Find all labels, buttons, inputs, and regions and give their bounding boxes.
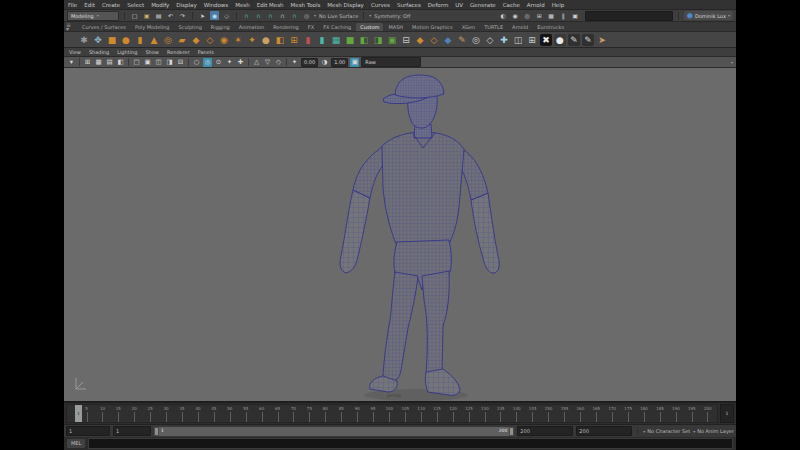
menu-set-selector[interactable]: Modeling ▾: [67, 11, 119, 21]
poly-cone-icon[interactable]: ▲: [148, 34, 160, 46]
range-start-handle[interactable]: [154, 427, 159, 436]
menu-item[interactable]: Cache: [503, 2, 520, 8]
character-wireframe-model[interactable]: [338, 72, 504, 403]
gate-mask-icon[interactable]: ◧: [116, 58, 125, 67]
panel-menu-item[interactable]: Renderer: [167, 49, 190, 55]
menu-item[interactable]: Modify: [151, 2, 169, 8]
shelf-tab[interactable]: FX Caching: [319, 23, 355, 31]
render-icon[interactable]: ◉: [511, 11, 520, 20]
shelf-tab[interactable]: Sculpting: [174, 23, 205, 31]
select-component-icon[interactable]: ◇: [222, 11, 231, 20]
chevron-down-icon[interactable]: ▾: [731, 60, 733, 65]
green-cube-1-icon[interactable]: ■: [344, 34, 356, 46]
menu-item[interactable]: UV: [455, 2, 463, 8]
isolate-select-icon[interactable]: ◎: [203, 58, 212, 67]
curve-tool-icon[interactable]: ✎: [456, 34, 468, 46]
save-scene-icon[interactable]: ▤: [154, 11, 163, 20]
menu-item[interactable]: Mesh Display: [327, 2, 364, 8]
menu-item[interactable]: Windows: [204, 2, 229, 8]
textured-icon[interactable]: ◫: [154, 58, 163, 67]
undo-icon[interactable]: ↶: [166, 11, 175, 20]
gamma-field[interactable]: 1.00: [331, 58, 348, 67]
menu-item[interactable]: Generate: [470, 2, 496, 8]
highlight-selection-icon[interactable]: ◐: [499, 11, 508, 20]
user-account-menu[interactable]: ☻ Dominik Lux ▾: [684, 11, 733, 20]
playback-start-field[interactable]: 1: [113, 426, 151, 436]
tweak-tool-icon[interactable]: ✥: [92, 34, 104, 46]
animation-start-field[interactable]: 1: [66, 426, 110, 436]
select-hierarchy-icon[interactable]: ➤: [198, 11, 207, 20]
panel-menu-item[interactable]: Shading: [89, 49, 109, 55]
orange-diamond-1-icon[interactable]: ◆: [414, 34, 426, 46]
script-1-icon[interactable]: ✎: [568, 34, 580, 46]
menu-item[interactable]: Deform: [428, 2, 448, 8]
shelf-menu-icon[interactable]: ≡▾: [66, 23, 71, 31]
contrast-icon[interactable]: ◑: [320, 58, 329, 67]
red-post-icon[interactable]: ▮: [302, 34, 314, 46]
menu-item[interactable]: Select: [127, 2, 144, 8]
poly-cylinder-icon[interactable]: ▮: [134, 34, 146, 46]
color-management-icon[interactable]: ▣: [350, 58, 359, 67]
view-transform-dropdown[interactable]: Raw: [361, 57, 421, 67]
pause-icon[interactable]: ‖: [559, 11, 568, 20]
redo-icon[interactable]: ↷: [178, 11, 187, 20]
anim-layer-dropdown[interactable]: ▾ No Anim Layer: [693, 428, 734, 434]
shelf-gear-icon[interactable]: ✱: [78, 34, 90, 46]
toolbox-icon[interactable]: ✖: [540, 34, 552, 46]
shaded-sphere-icon[interactable]: ●: [554, 34, 566, 46]
open-scene-icon[interactable]: ▣: [142, 11, 151, 20]
menu-item[interactable]: Mesh Tools: [291, 2, 321, 8]
command-line-input[interactable]: [88, 438, 733, 449]
uv-editor-icon[interactable]: ⊟: [400, 34, 412, 46]
diamond-gray-icon[interactable]: ◇: [484, 34, 496, 46]
shelf-tab[interactable]: MASH: [384, 23, 407, 31]
motion-blur-icon[interactable]: ✦: [225, 58, 234, 67]
use-all-lights-icon[interactable]: ◨: [165, 58, 174, 67]
shelf-tab[interactable]: Animation: [235, 23, 269, 31]
frame-icon[interactable]: ▣: [571, 11, 580, 20]
menu-item[interactable]: Edit: [84, 2, 95, 8]
current-frame-field[interactable]: 1: [720, 404, 734, 423]
menu-item[interactable]: File: [68, 2, 77, 8]
plane-down-icon[interactable]: ▽: [263, 58, 272, 67]
gear-prim-icon[interactable]: ✦: [246, 34, 258, 46]
shadows-icon[interactable]: ⊟: [176, 58, 185, 67]
panel-menu-item[interactable]: View: [69, 49, 81, 55]
poly-cube-icon[interactable]: ■: [106, 34, 118, 46]
sculpt-prim-icon[interactable]: ⊞: [288, 34, 300, 46]
command-language-toggle[interactable]: MEL: [67, 439, 85, 448]
soccer-ball-icon[interactable]: ●: [260, 34, 272, 46]
shelf-tab[interactable]: Poly Modeling: [131, 23, 174, 31]
select-object-icon[interactable]: ◉: [210, 11, 219, 20]
wireframe-icon[interactable]: □: [132, 58, 141, 67]
chevron-down-icon[interactable]: ▾: [369, 13, 371, 18]
snap-grid-icon[interactable]: ∩: [242, 11, 251, 20]
shaded-icon[interactable]: ▣: [143, 58, 152, 67]
plane-up-icon[interactable]: △: [252, 58, 261, 67]
teal-post-icon[interactable]: ▮: [316, 34, 328, 46]
poly-disc-icon[interactable]: ◆: [190, 34, 202, 46]
range-end-handle[interactable]: [509, 427, 514, 436]
chevron-down-icon[interactable]: ▾: [314, 13, 316, 18]
menu-item[interactable]: Arnold: [527, 2, 545, 8]
grid-toggle-icon[interactable]: ⊞: [83, 58, 92, 67]
playback-end-field[interactable]: 200: [517, 426, 573, 436]
snap-projected-center-icon[interactable]: ∩: [278, 11, 287, 20]
shelf-tab[interactable]: Motion Graphics: [408, 23, 457, 31]
exposure-field[interactable]: 0.00: [301, 58, 318, 67]
snap-view-plane-icon[interactable]: ∩: [290, 11, 299, 20]
poly-pipe-icon[interactable]: ◉: [218, 34, 230, 46]
film-gate-icon[interactable]: ▦: [94, 58, 103, 67]
menu-item[interactable]: Curves: [371, 2, 390, 8]
panel-menu-item[interactable]: Show: [145, 49, 159, 55]
poly-torus-icon[interactable]: ◎: [162, 34, 174, 46]
grid-icon[interactable]: ⊞: [526, 34, 538, 46]
panel-menu-item[interactable]: Lighting: [117, 49, 137, 55]
range-slider[interactable]: 1 200: [154, 427, 514, 436]
menu-item[interactable]: Create: [102, 2, 120, 8]
green-cube-4-icon[interactable]: ▣: [386, 34, 398, 46]
current-time-marker[interactable]: 1: [75, 405, 82, 422]
xray-icon[interactable]: ○: [192, 58, 201, 67]
poly-plane-icon[interactable]: ▰: [176, 34, 188, 46]
new-scene-icon[interactable]: ▢: [130, 11, 139, 20]
